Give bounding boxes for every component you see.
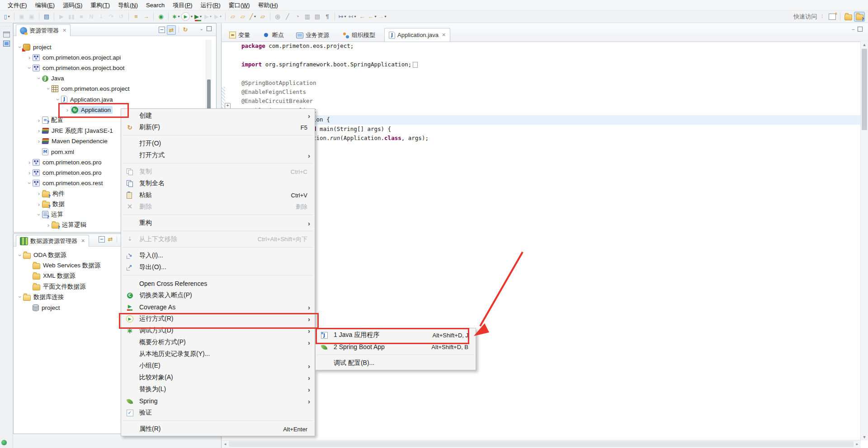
menu-item-打开-O-[interactable]: 打开(O)	[121, 138, 315, 149]
debug-button[interactable]: ∗▾	[171, 12, 180, 22]
menubar-item-t[interactable]: 重构(T)	[86, 0, 114, 10]
tab-datasource-explorer[interactable]: 数据源资源管理器 ✕	[16, 235, 89, 247]
profile-button[interactable]: ▶▾	[203, 12, 212, 22]
mark-pencil-button[interactable]: ╱▾	[248, 12, 257, 22]
menubar-item-search[interactable]: Search	[142, 0, 169, 10]
step-over-button[interactable]: ↷	[107, 12, 116, 22]
explorer-row[interactable]: ›JRE 系统库 [JavaSE-1	[36, 126, 113, 136]
expander-closed-icon[interactable]: ›	[36, 190, 42, 197]
resource-perspective-button[interactable]	[843, 12, 853, 21]
run-button[interactable]: ▶▾	[181, 12, 193, 22]
quick-access-button[interactable]: 快速访问	[793, 13, 817, 21]
suspend-button[interactable]: ▮▮	[67, 12, 76, 22]
explorer-row[interactable]: ›Application	[64, 105, 113, 115]
disconnect-button[interactable]: N	[87, 12, 96, 22]
explorer-row[interactable]: ›Application.java	[55, 94, 113, 104]
explorer-row[interactable]: ›com.primeton.eos.project	[45, 84, 130, 94]
fast-view-handle[interactable]: ·····	[0, 24, 13, 28]
resume-button[interactable]: ▶	[57, 12, 66, 22]
collapse-all-icon[interactable]	[159, 27, 165, 33]
prev-annotation-button[interactable]: ▤	[313, 12, 322, 22]
menu-item-重构[interactable]: 重构›	[121, 217, 315, 229]
explorer-row[interactable]: ›数据	[36, 199, 65, 209]
menu-item-粘贴[interactable]: 粘贴Ctrl+V	[121, 189, 315, 201]
menu-item-验证[interactable]: 验证	[121, 407, 315, 419]
code-editor[interactable]: + package com.primeton.eos.project;impor…	[222, 42, 861, 440]
expander-closed-icon[interactable]: ›	[64, 107, 71, 113]
step-into-button[interactable]: ⇣	[97, 12, 106, 22]
menu-item-替换为-L-[interactable]: 替换为(L)›	[121, 383, 315, 395]
editor-vscrollbar[interactable]: ▲ ▼	[860, 42, 868, 440]
explorer-row[interactable]: ›com.primeton.eos.rest	[26, 178, 103, 188]
collapse-all-icon[interactable]	[99, 236, 105, 243]
menu-item-打开方式[interactable]: 打开方式›	[121, 149, 315, 161]
datasource-row[interactable]: project	[26, 303, 60, 313]
menu-item-Coverage-As[interactable]: Coverage As›	[121, 301, 315, 313]
refresh-icon[interactable]	[182, 26, 189, 33]
expander-closed-icon[interactable]: ›	[26, 169, 33, 176]
editor-hscrollbar[interactable]: ◂ ▸	[222, 440, 861, 448]
expander-open-icon[interactable]: ›	[17, 252, 24, 258]
new-wizard-button[interactable]: ▯▾	[2, 12, 11, 22]
eos-perspective-button[interactable]	[854, 12, 865, 22]
expander-open-icon[interactable]: ›	[36, 211, 42, 218]
explorer-row[interactable]: ›运算逻辑	[45, 220, 86, 230]
expander-closed-icon[interactable]: ›	[36, 138, 42, 145]
minimize-icon[interactable]: ⌄	[200, 26, 203, 31]
skip-breakpoints-button[interactable]: →	[142, 12, 151, 22]
back-button[interactable]: ←	[358, 12, 367, 22]
datasource-row[interactable]: ›ODA 数据源	[17, 250, 66, 260]
expander-open-icon[interactable]: ›	[36, 75, 42, 82]
last-edit-location-button[interactable]: ↦▾	[338, 12, 347, 22]
datasource-row[interactable]: 平面文件数据源	[26, 282, 86, 292]
minimize-icon[interactable]: –	[852, 27, 854, 32]
forward-history-button[interactable]: →▾	[377, 12, 387, 22]
goto-last-position-button[interactable]: ↤▾	[348, 12, 357, 22]
maximize-icon[interactable]	[207, 26, 212, 31]
back-history-button[interactable]: ←▾	[368, 12, 377, 22]
expander-closed-icon[interactable]: ›	[36, 117, 42, 124]
explorer-row[interactable]: ›构件	[36, 189, 65, 199]
menubar-item-r[interactable]: 运行(R)	[197, 0, 225, 10]
external-tools-button[interactable]: ▶▾	[213, 12, 222, 22]
menu-item-调试方式-D-[interactable]: 调试方式(D)›	[121, 325, 315, 336]
menu-item-调试-配置-B-[interactable]: 调试 配置(B)...	[316, 357, 476, 369]
menu-item-复制全名[interactable]: 复制全名	[121, 177, 315, 189]
menubar-item-e[interactable]: 编辑(E)	[31, 0, 59, 10]
open-task-button[interactable]: ▱	[258, 12, 267, 22]
expander-open-icon[interactable]: ›	[26, 65, 33, 71]
tab--[interactable]: 业务资源	[292, 28, 333, 42]
menu-item-小组-E-[interactable]: 小组(E)›	[121, 360, 315, 372]
expander-open-icon[interactable]: ›	[55, 96, 61, 103]
explorer-row[interactable]: ›com.primeton.eos.project.api	[26, 52, 121, 62]
eos-console-button[interactable]: ▤	[42, 12, 51, 22]
tab-application-java[interactable]: Application.java✕	[384, 28, 450, 42]
show-whitespace-button[interactable]: ¶	[323, 12, 332, 22]
link-with-editor-toggle[interactable]	[167, 25, 176, 35]
explorer-row[interactable]: ›com.primeton.eos.project.boot	[26, 63, 125, 73]
expander-closed-icon[interactable]: ›	[36, 127, 42, 134]
eos-server-start-button[interactable]: ◉	[156, 12, 165, 22]
menu-item-概要分析方式-P-[interactable]: 概要分析方式(P)›	[121, 336, 315, 348]
explorer-row[interactable]: ›Java	[36, 74, 64, 84]
folded-region-icon[interactable]	[413, 62, 418, 68]
menu-item-切换类装入断点-P-[interactable]: 切换类装入断点(P)	[121, 289, 315, 301]
terminate-button[interactable]: ■	[77, 12, 86, 22]
menu-item-从本地历史记录复原-Y-[interactable]: 从本地历史记录复原(Y)...	[121, 348, 315, 360]
coverage-button[interactable]: ▶▾	[193, 12, 203, 22]
brush-button[interactable]: ╱	[283, 12, 292, 22]
menubar-item-n[interactable]: 导航(N)	[114, 0, 142, 10]
menu-item-属性-R-[interactable]: 属性(R)Alt+Enter	[121, 423, 315, 435]
expander-open-icon[interactable]: ›	[17, 294, 24, 300]
menu-item-Open-Cross-References[interactable]: Open Cross References	[121, 278, 315, 289]
close-icon[interactable]: ✕	[442, 32, 446, 38]
expander-open-icon[interactable]: ›	[45, 86, 52, 92]
menubar-item-w[interactable]: 窗口(W)	[225, 0, 254, 10]
expander-closed-icon[interactable]: ›	[26, 54, 33, 61]
tab-project-explorer[interactable]: 资源管理器 ✕	[16, 24, 71, 36]
save-button[interactable]: ▣	[17, 12, 26, 22]
explorer-row[interactable]: ›配置	[36, 115, 63, 125]
datasource-row[interactable]: XML 数据源	[26, 271, 75, 281]
search-button[interactable]: ◎	[273, 12, 282, 22]
open-project-button[interactable]: ▱	[238, 12, 247, 22]
